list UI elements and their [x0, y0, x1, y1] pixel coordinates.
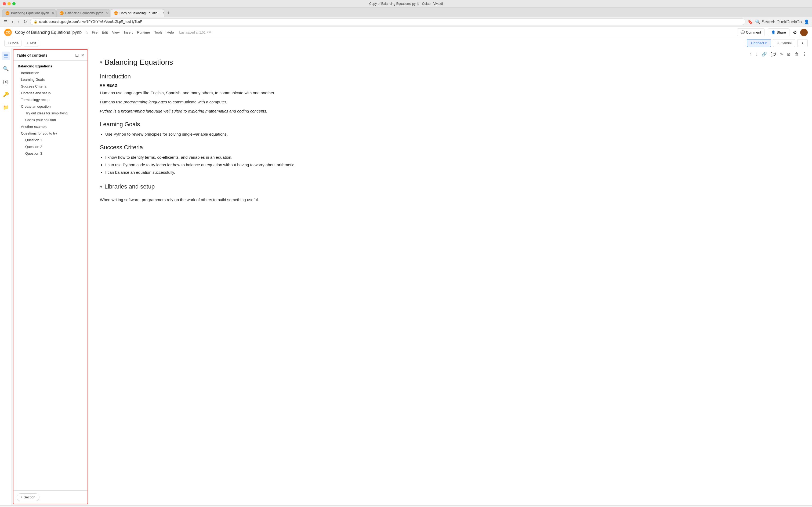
link-button[interactable]: 🔗 [760, 51, 768, 58]
menu-tools[interactable]: Tools [154, 30, 162, 35]
close-button[interactable] [3, 2, 6, 5]
settings-button[interactable]: ⚙ [793, 30, 797, 36]
new-tab-button[interactable]: + [165, 9, 172, 17]
libraries-heading-section: ▾ Libraries and setup [100, 183, 801, 190]
menu-help[interactable]: Help [167, 30, 174, 35]
learning-goals-heading: Learning Goals [100, 121, 801, 128]
user-avatar[interactable] [800, 29, 808, 36]
maximize-button[interactable] [12, 2, 15, 5]
dot-2 [103, 84, 105, 87]
share-button[interactable]: 👤 Share [768, 29, 790, 36]
libraries-section-toggle[interactable]: ▾ [100, 184, 102, 189]
intro-para-1: Humans use languages like English, Spani… [100, 90, 801, 96]
nav-back-button[interactable]: ‹ [11, 19, 14, 25]
toc-close-icon[interactable]: ✕ [81, 53, 84, 58]
toc-footer: + Section [13, 490, 88, 504]
success-criteria-list: I know how to identify terms, co-efficie… [105, 154, 801, 176]
window-title: Copy of Balancing Equations.ipynb - Cola… [369, 2, 443, 6]
toc-item-intro[interactable]: Introduction [13, 69, 88, 76]
tab-label-2: Balancing Equations.ipynb [65, 11, 103, 15]
nav-forward-button[interactable]: › [16, 19, 20, 25]
success-criteria-1: I know how to identify terms, co-efficie… [105, 154, 801, 161]
tab-close-1[interactable]: ✕ [52, 11, 55, 15]
app-bar: CO Copy of Balancing Equations.ipynb ☆ F… [0, 27, 812, 38]
menu-edit[interactable]: Edit [102, 30, 108, 35]
main-heading-section: ▾ Balancing Equations [100, 58, 801, 67]
address-bar[interactable]: 🔒 colab.research.google.com/drive/1PYJKY… [30, 18, 746, 25]
toolbar-right: Connect ▾ ✦ Gemini ▲ [747, 39, 808, 47]
toc-item-q2[interactable]: Question 2 [13, 144, 88, 150]
comment-button[interactable]: 💬 Comment [737, 29, 764, 36]
add-text-button[interactable]: + Text [23, 40, 39, 47]
learning-goal-1: Use Python to review principles for solv… [105, 131, 801, 137]
add-code-button[interactable]: + Code [4, 40, 21, 47]
main-section-toggle[interactable]: ▾ [100, 59, 102, 65]
address-lock-icon: 🔒 [34, 20, 38, 23]
collapse-button[interactable]: ▲ [797, 39, 808, 47]
toc-item-create[interactable]: Create an equation [13, 103, 88, 110]
toc-item-another[interactable]: Another example [13, 123, 88, 130]
bottom-toolbar: < > ☰ ⊡ ⬤ ✕ 📷 🖼 ⊡ </> Reset 100 % 13:56 [0, 505, 812, 507]
tab-3[interactable]: CO Copy of Balancing Equatio... ✕ [111, 9, 164, 17]
connect-button[interactable]: Connect ▾ [747, 39, 771, 47]
menu-file[interactable]: File [92, 30, 98, 35]
sidebar-search-icon[interactable]: 🔍 [2, 64, 10, 73]
edit-button[interactable]: ✎ [779, 51, 785, 58]
star-icon[interactable]: ☆ [85, 30, 89, 35]
sidebar-icons: ☰ 🔍 {x} 🔑 📁 [0, 48, 12, 505]
toc-item-tryout[interactable]: Try out ideas for simplifying [13, 110, 88, 117]
toc-item-balancing[interactable]: Balancing Equations [13, 63, 88, 69]
navigation-bar: ☰ ‹ › ↻ 🔒 colab.research.google.com/driv… [0, 17, 812, 27]
menu-insert[interactable]: Insert [124, 30, 133, 35]
bookmark-button[interactable]: 🔖 [748, 19, 753, 24]
split-button[interactable]: ⊠ [786, 51, 792, 58]
main-layout: ☰ 🔍 {x} 🔑 📁 Table of contents ⊡ ✕ Balanc… [0, 48, 812, 505]
colab-logo: CO [4, 29, 12, 36]
main-heading: Balancing Equations [105, 58, 173, 67]
address-text: colab.research.google.com/drive/1PYJKYfw… [39, 20, 742, 23]
minimize-button[interactable] [7, 2, 11, 5]
profile-button[interactable]: 👤 [804, 19, 809, 24]
toc-item-questions[interactable]: Questions for you to try [13, 130, 88, 137]
tab-close-3[interactable]: ✕ [163, 11, 164, 15]
menu-view[interactable]: View [112, 30, 120, 35]
toc-item-check[interactable]: Check your solution [13, 117, 88, 123]
toc-expand-icon[interactable]: ⊡ [75, 53, 79, 58]
delete-button[interactable]: 🗑 [793, 51, 800, 58]
comment-icon: 💬 [741, 30, 745, 35]
window-controls [3, 2, 15, 5]
tabs-bar: CO Balancing Equations.ipynb ✕ CO Balanc… [0, 7, 812, 17]
toc-item-libraries[interactable]: Libraries and setup [13, 90, 88, 97]
toc-panel: Table of contents ⊡ ✕ Balancing Equation… [13, 49, 88, 504]
sidebar-variables-icon[interactable]: {x} [2, 77, 10, 86]
tab-2[interactable]: CO Balancing Equations.ipynb ✕ [56, 9, 110, 17]
move-down-button[interactable]: ↓ [755, 51, 759, 58]
intro-para-3: Python is a programming language well su… [100, 108, 801, 114]
comment-cell-button[interactable]: 💬 [769, 51, 777, 58]
tab-favicon-1: CO [6, 11, 9, 15]
menu-runtime[interactable]: Runtime [137, 30, 150, 35]
toc-item-terminology[interactable]: Terminology recap [13, 97, 88, 103]
more-options-button[interactable]: ⋮ [801, 51, 808, 58]
sidebar-files-icon[interactable]: 📁 [2, 103, 10, 112]
sidebar-toc-icon[interactable]: ☰ [2, 52, 10, 60]
toc-item-q3[interactable]: Question 3 [13, 150, 88, 157]
sidebar-secrets-icon[interactable]: 🔑 [2, 90, 10, 99]
content-area: ↑ ↓ 🔗 💬 ✎ ⊠ 🗑 ⋮ ▾ Balancing Equations In… [89, 48, 812, 505]
app-title: Copy of Balancing Equations.ipynb [15, 30, 81, 35]
dot-1 [100, 84, 102, 87]
nav-sidebar-toggle[interactable]: ☰ [3, 19, 9, 25]
tab-close-2[interactable]: ✕ [106, 11, 109, 15]
add-section-button[interactable]: + Section [17, 493, 40, 501]
cell-toolbar: ↑ ↓ 🔗 💬 ✎ ⊠ 🗑 ⋮ [749, 51, 808, 58]
move-up-button[interactable]: ↑ [749, 51, 753, 58]
nav-reload-button[interactable]: ↻ [22, 19, 28, 25]
tab-favicon-3: CO [114, 11, 118, 15]
search-button[interactable]: 🔍 Search DuckDuckGo [755, 19, 802, 24]
gemini-button[interactable]: ✦ Gemini [773, 39, 795, 47]
toc-item-q1[interactable]: Question 1 [13, 137, 88, 144]
toc-item-success[interactable]: Success Criteria [13, 83, 88, 90]
app-bar-right: 💬 Comment 👤 Share ⚙ [737, 29, 808, 36]
tab-1[interactable]: CO Balancing Equations.ipynb ✕ [2, 9, 56, 17]
toc-item-learning[interactable]: Learning Goals [13, 76, 88, 83]
